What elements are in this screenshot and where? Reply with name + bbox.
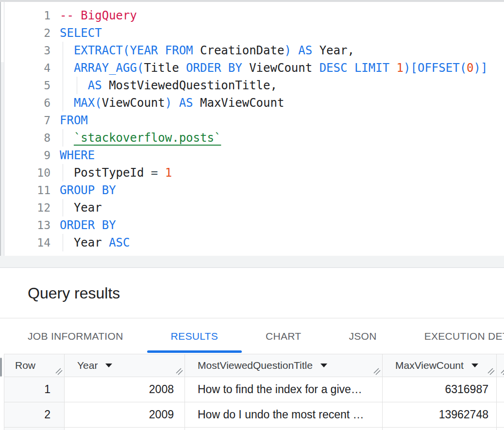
cell-row: 2 xyxy=(4,402,65,428)
code-token: WHERE xyxy=(60,149,95,162)
indent-guide xyxy=(63,234,63,251)
code-token: Year, xyxy=(312,44,354,57)
table-header: RowYearMostViewedQuestionTitleMaxViewCou… xyxy=(4,354,504,377)
column-header-row[interactable]: Row xyxy=(4,354,65,377)
tab-label: JOB INFORMATION xyxy=(28,331,123,342)
code-line[interactable]: GROUP BY xyxy=(60,182,504,199)
column-header-title[interactable]: MostViewedQuestionTitle xyxy=(185,354,383,377)
code-token: Title xyxy=(144,61,186,75)
tab-label: JSON xyxy=(349,331,376,342)
code-line[interactable]: PostTypeId = 1 xyxy=(60,164,504,182)
indent-guide xyxy=(63,164,63,182)
column-resize-handle[interactable] xyxy=(55,368,63,375)
cell-filler xyxy=(497,377,504,402)
editor-code-area[interactable]: -- BigQuerySELECT EXTRACT(YEAR FROM Crea… xyxy=(50,2,504,256)
line-number: 12 xyxy=(4,199,50,216)
tab-json[interactable]: JSON xyxy=(325,318,400,354)
code-line[interactable]: SELECT xyxy=(60,24,504,42)
code-token: DESC LIMIT xyxy=(319,61,390,75)
cell-title xyxy=(185,428,383,430)
code-token: -- BigQuery xyxy=(60,9,137,22)
column-resize-handle[interactable] xyxy=(176,368,183,375)
column-menu-arrow-icon[interactable] xyxy=(471,364,478,367)
code-token: SELECT xyxy=(60,26,102,40)
results-tabs: JOB INFORMATIONRESULTSCHARTJSONEXECUTION… xyxy=(0,318,504,354)
code-line[interactable]: WHERE xyxy=(60,147,504,164)
indent-guide xyxy=(63,199,63,216)
left-rail xyxy=(0,2,4,256)
table-row: 22009How do I undo the most recent …1396… xyxy=(4,402,504,428)
cell-filler xyxy=(497,402,504,428)
code-token: Year xyxy=(60,236,109,249)
code-token: AS xyxy=(88,79,102,92)
cell-title: How do I undo the most recent … xyxy=(185,402,383,428)
code-line[interactable]: FROM xyxy=(60,112,504,129)
column-resize-handle[interactable] xyxy=(501,368,504,375)
cell-year: 2008 xyxy=(65,377,185,402)
active-tab-indicator xyxy=(147,350,242,353)
tab-job-information[interactable]: JOB INFORMATION xyxy=(4,318,147,354)
vertical-scrollbar-thumb[interactable] xyxy=(0,358,2,377)
code-token xyxy=(389,61,396,75)
code-line[interactable]: `stackoverflow.posts` xyxy=(60,129,504,147)
column-header-label: Row xyxy=(15,360,35,371)
code-line[interactable]: Year xyxy=(60,199,504,216)
line-number: 10 xyxy=(4,164,50,182)
code-token: ORDER BY xyxy=(60,218,116,232)
code-line[interactable]: -- BigQuery xyxy=(60,7,504,24)
line-number: 3 xyxy=(4,42,50,59)
code-token: )[OFFSET( xyxy=(403,61,467,75)
code-token: ASC xyxy=(109,236,130,249)
query-results-panel: Query results JOB INFORMATIONRESULTSCHAR… xyxy=(0,268,504,430)
code-token xyxy=(60,79,88,92)
line-number: 5 xyxy=(4,77,50,94)
cell-year: 2009 xyxy=(65,402,185,428)
code-line[interactable]: Year ASC xyxy=(60,234,504,251)
indent-guide xyxy=(63,94,63,112)
tab-chart[interactable]: CHART xyxy=(242,318,325,354)
tab-label: EXECUTION DETAILS xyxy=(424,331,504,342)
code-line[interactable]: ORDER BY xyxy=(60,216,504,234)
code-token xyxy=(158,166,165,180)
code-token: ViewCount xyxy=(102,96,165,110)
indent-guide xyxy=(63,129,63,147)
tab-execution-details[interactable]: EXECUTION DETAILS xyxy=(401,318,504,354)
line-number: 14 xyxy=(4,234,50,251)
cell-count: 13962748 xyxy=(383,402,497,428)
indent-guide xyxy=(63,42,63,59)
tab-results[interactable]: RESULTS xyxy=(147,318,242,354)
code-line[interactable]: ARRAY_AGG(Title ORDER BY ViewCount DESC … xyxy=(60,59,504,77)
code-token: 1 xyxy=(165,166,172,180)
table-body: 12008How to find the index for a give…63… xyxy=(4,377,504,430)
code-token xyxy=(60,96,74,110)
line-number: 2 xyxy=(4,24,50,42)
code-line[interactable]: MAX(ViewCount) AS MaxViewCount xyxy=(60,94,504,112)
sql-editor[interactable]: 1234567891011121314 -- BigQuerySELECT EX… xyxy=(4,2,504,256)
code-token: FROM xyxy=(60,114,88,127)
cell-count xyxy=(383,428,497,430)
code-line[interactable]: AS MostViewedQuestionTitle, xyxy=(60,77,504,94)
table-reference-link[interactable]: `stackoverflow.posts` xyxy=(74,131,221,145)
column-header-filler xyxy=(497,354,504,377)
column-header-count[interactable]: MaxViewCount xyxy=(383,354,497,377)
panel-divider[interactable] xyxy=(0,256,504,268)
column-menu-arrow-icon[interactable] xyxy=(105,364,112,367)
cell-year xyxy=(65,428,185,430)
column-header-label: MaxViewCount xyxy=(395,360,464,371)
code-token: MostViewedQuestionTitle, xyxy=(102,79,277,92)
code-token: 1 xyxy=(397,61,403,75)
code-token: = xyxy=(151,166,158,180)
column-menu-arrow-icon[interactable] xyxy=(320,364,327,367)
indent-guide xyxy=(63,77,63,94)
tab-label: CHART xyxy=(266,331,301,342)
column-resize-handle[interactable] xyxy=(373,368,381,375)
code-line[interactable]: EXTRACT(YEAR FROM CreationDate) AS Year, xyxy=(60,42,504,59)
column-header-label: Year xyxy=(77,360,98,371)
cell-row xyxy=(4,428,65,430)
indent-guide xyxy=(77,77,77,94)
column-resize-handle[interactable] xyxy=(487,368,495,375)
code-token xyxy=(60,44,74,57)
column-header-label: MostViewedQuestionTitle xyxy=(198,360,313,371)
query-results-title: Query results xyxy=(28,284,120,302)
column-header-year[interactable]: Year xyxy=(65,354,185,377)
